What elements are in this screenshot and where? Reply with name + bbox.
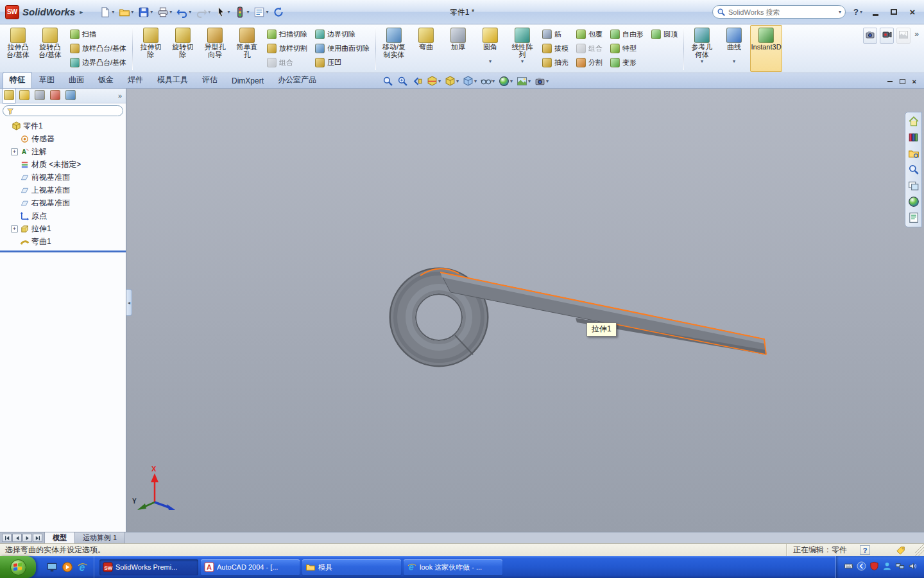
fillet-button[interactable]: 圆角 ▾ [474,25,506,72]
taskbar-window-3[interactable]: elook 这家伙咋做 - ... [404,559,502,575]
tree-item-8[interactable]: 弯曲1 [0,235,126,248]
combine-button[interactable]: 组合 [263,55,311,69]
doc-close-button[interactable]: × [912,78,916,85]
panel-splitter[interactable] [0,250,126,252]
media-player-button[interactable] [61,561,74,574]
tag-icon[interactable] [896,546,906,555]
doc-restore-button[interactable] [900,79,905,84]
capture-options-button[interactable] [896,28,911,44]
open-button[interactable]: ▾ [117,5,135,19]
combine-bodies-button[interactable]: 组合 [572,41,606,55]
configurationmanager-tab[interactable] [33,89,47,104]
fillet-button-arrow[interactable]: ▾ [489,59,492,64]
maximize-button[interactable] [887,6,900,18]
tree-item-7-expand-toggle[interactable]: + [11,225,18,232]
tree-root-part[interactable]: 零件1 [0,119,126,132]
taskbar-window-1[interactable]: AAutoCAD 2004 - [... [201,559,300,575]
solidworks-resources-tab[interactable] [907,114,921,128]
draft-button[interactable]: 拔模 [538,41,572,55]
flex-button[interactable]: 弯曲 [410,25,442,72]
view-orientation-button-arrow[interactable]: ▾ [456,79,459,84]
menu-expand-chevron-icon[interactable]: ▸ [80,8,83,15]
options-button[interactable]: ▾ [252,5,270,19]
curves-button-arrow[interactable]: ▾ [733,59,735,64]
featuremanager-tab[interactable] [2,89,16,104]
new-document-button[interactable]: ▾ [98,5,116,19]
select-button-arrow[interactable]: ▾ [227,10,230,15]
messenger-icon[interactable] [882,561,892,573]
view-orientation-button[interactable]: ▾ [443,75,460,87]
show-desktop-button[interactable] [46,561,58,574]
select-button[interactable]: ▾ [214,5,231,19]
tree-item-1-expand-toggle[interactable]: + [11,148,18,155]
section-view-button[interactable]: ▾ [425,75,442,87]
command-tab-4[interactable]: 焊件 [121,72,150,88]
zoom-to-area-button[interactable] [396,75,409,87]
refresh-button[interactable] [271,5,286,19]
record-video-button[interactable] [880,28,894,44]
internet-explorer-button[interactable]: e [76,561,89,574]
view-palette-tab[interactable] [907,179,921,193]
edit-appearance-button[interactable]: ▾ [497,75,514,87]
search-tab[interactable] [907,162,921,177]
options-button-arrow[interactable]: ▾ [266,10,268,15]
panel-tabs-overflow-chevron[interactable]: » [118,92,124,100]
new-document-button-arrow[interactable]: ▾ [112,10,114,15]
boundary-cut-button[interactable]: 边界切除 [311,27,373,41]
command-tab-8[interactable]: 办公室产品 [271,72,323,88]
deform-button[interactable]: 变形 [606,55,647,69]
command-tab-7[interactable]: DimXpert [225,74,271,88]
quick-tips-button[interactable]: ? [860,545,870,555]
lofted-boss-button[interactable]: 放样凸台/基体 [66,41,130,55]
view-settings-button-arrow[interactable]: ▾ [546,79,549,84]
command-tab-5[interactable]: 模具工具 [150,72,195,88]
linear-pattern-button-arrow[interactable]: ▾ [521,59,524,64]
minimize-button[interactable] [869,6,882,18]
revolved-cut-button[interactable]: 旋转切除 [167,25,199,72]
taskbar-window-0[interactable]: SWSolidWorks Premi... [99,559,198,575]
model-tabs-prev-button[interactable] [12,534,22,542]
model-3d[interactable] [126,89,924,532]
apply-scene-button[interactable]: ▾ [515,75,532,87]
model-tab-0[interactable]: 模型 [45,532,75,543]
tree-item-5[interactable]: 右视基准面 [0,197,126,209]
redo-button[interactable]: ▾ [194,5,212,19]
undo-button[interactable]: ▾ [175,5,193,19]
graphics-area[interactable]: 拉伸1 X Y ◂ [126,89,924,532]
indent-button[interactable]: 压凹 [311,55,373,69]
reference-geometry-button[interactable]: 参考几何体▾ [686,25,718,72]
display-style-button-arrow[interactable]: ▾ [474,79,477,84]
boundary-boss-button[interactable]: 边界凸台/基体 [66,55,130,69]
hide-show-items-button[interactable]: ▾ [479,75,496,87]
reference-geometry-button-arrow[interactable]: ▾ [701,59,703,64]
instant3d-button[interactable]: Instant3D [750,25,782,72]
network-icon[interactable] [895,561,905,573]
model-tabs-last-button[interactable] [33,534,42,542]
dimxpertmanager-tab[interactable] [48,89,62,104]
previous-view-button[interactable] [411,75,424,87]
freeform-button[interactable]: 自由形 [606,27,647,41]
cut-with-surface-button[interactable]: 使用曲面切除 [311,41,373,55]
redo-button-arrow[interactable]: ▾ [208,10,210,15]
taskbar-window-2[interactable]: 模具 [302,559,401,575]
wrap-button[interactable]: 包覆 [572,27,606,41]
model-tabs-first-button[interactable] [2,534,12,542]
display-style-button[interactable]: ▾ [461,75,478,87]
rebuild-button-arrow[interactable]: ▾ [246,10,249,15]
screen-capture-button[interactable] [863,28,877,44]
close-button[interactable]: × [906,6,919,18]
section-view-button-arrow[interactable]: ▾ [438,79,441,84]
input-method-icon[interactable] [844,561,853,573]
ribbon-overflow-chevron[interactable]: » [913,28,920,40]
swept-boss-button[interactable]: 扫描 [66,27,130,41]
rebuild-button[interactable]: ▾ [233,5,250,19]
custom-properties-tab[interactable] [907,211,921,225]
appearances-tab[interactable] [907,195,921,209]
revolved-boss-button[interactable]: 旋转凸台/基体 [34,25,66,72]
extruded-boss-button[interactable]: 拉伸凸台/基体 [2,25,34,72]
swept-cut-button[interactable]: 扫描切除 [263,27,311,41]
search-dropdown-arrow-icon[interactable]: ▾ [839,10,841,15]
dome-button[interactable]: 圆顶 [647,27,681,41]
tree-item-7[interactable]: +拉伸1 [0,222,126,235]
view-settings-button[interactable]: ▾ [533,75,550,87]
